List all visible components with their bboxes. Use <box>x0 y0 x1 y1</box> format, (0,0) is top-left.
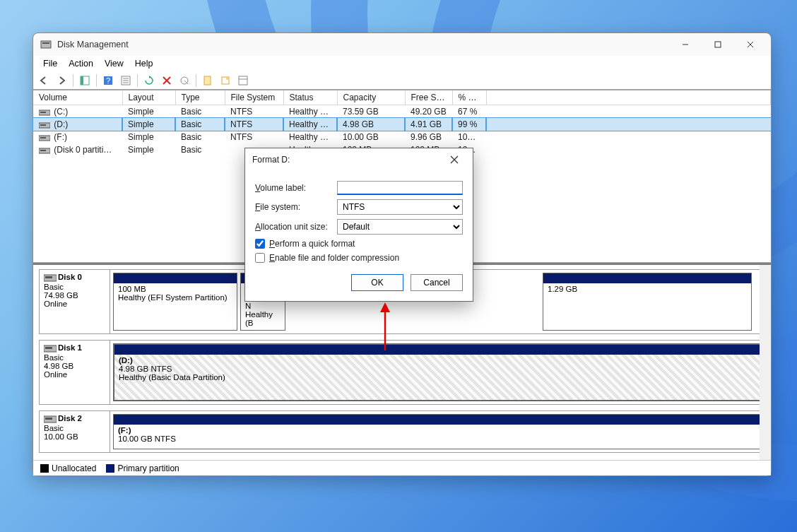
col-volume[interactable]: Volume <box>33 90 122 105</box>
table-row[interactable]: (D:)SimpleBasicNTFSHealthy (B...4.98 GB4… <box>33 118 771 131</box>
nav-forward-icon[interactable] <box>54 73 69 88</box>
disk-row: Disk 1Basic4.98 GBOnline(D:)4.98 GB NTFS… <box>39 340 765 405</box>
table-row[interactable]: (F:)SimpleBasicNTFSHealthy (P...10.00 GB… <box>33 131 771 143</box>
svg-rect-30 <box>40 150 46 151</box>
format-dialog: Format D: VVolume label:olume label: Fil… <box>244 148 473 302</box>
file-system-label: File system: <box>255 202 337 212</box>
svg-rect-28 <box>40 137 46 138</box>
partition[interactable]: (D:)4.98 GB NTFSHealthy (Basic Data Part… <box>113 343 762 401</box>
menu-action[interactable]: Action <box>63 57 99 70</box>
svg-text:?: ? <box>106 76 110 85</box>
partition[interactable]: (F:)10.00 GB NTFS <box>113 414 762 449</box>
col-status[interactable]: Status <box>283 90 337 105</box>
minimize-button[interactable] <box>669 33 702 56</box>
svg-rect-24 <box>40 112 46 113</box>
properties-icon[interactable] <box>118 73 134 88</box>
scrollbar[interactable] <box>760 265 771 460</box>
dialog-close-button[interactable] <box>443 148 466 171</box>
col-type[interactable]: Type <box>175 90 225 105</box>
col-free[interactable]: Free Spa... <box>405 90 452 105</box>
svg-rect-32 <box>45 276 52 278</box>
refresh-icon[interactable] <box>141 73 157 88</box>
app-icon <box>40 39 52 50</box>
svg-rect-18 <box>204 76 211 85</box>
close-button[interactable] <box>734 33 767 56</box>
col-capacity[interactable]: Capacity <box>337 90 405 105</box>
titlebar[interactable]: Disk Management <box>33 33 771 56</box>
delete-icon[interactable] <box>159 73 175 88</box>
volume-label-input[interactable] <box>337 181 463 195</box>
svg-rect-21 <box>239 76 247 85</box>
list-icon[interactable] <box>235 73 251 88</box>
col-pct[interactable]: % Free <box>452 90 486 105</box>
action-icon[interactable] <box>177 73 192 88</box>
quick-format-checkbox[interactable] <box>255 239 265 249</box>
menu-help[interactable]: Help <box>129 57 159 70</box>
file-system-select[interactable]: NTFS <box>337 199 463 215</box>
partition[interactable]: 100 MBHealthy (EFI System Partition) <box>113 273 237 331</box>
svg-rect-0 <box>41 41 51 48</box>
legend-primary: Primary partition <box>117 463 179 473</box>
menu-bar: File Action View Help <box>33 56 771 71</box>
col-filesystem[interactable]: File System <box>225 90 283 105</box>
svg-point-20 <box>226 77 229 80</box>
show-hide-console-icon[interactable] <box>77 73 93 88</box>
cancel-button[interactable]: Cancel <box>411 274 463 291</box>
new-icon[interactable] <box>200 73 216 88</box>
svg-rect-1 <box>42 42 49 44</box>
help-icon[interactable]: ? <box>100 73 116 88</box>
dialog-titlebar[interactable]: Format D: <box>245 148 473 171</box>
svg-rect-26 <box>40 124 46 126</box>
toolbar: ? <box>33 71 771 90</box>
window-title: Disk Management <box>57 40 669 49</box>
menu-view[interactable]: View <box>99 57 129 70</box>
table-row[interactable]: (C:)SimpleBasicNTFSHealthy (B...73.59 GB… <box>33 105 771 119</box>
disk-row: Disk 2Basic10.00 GB(F:)10.00 GB NTFS <box>39 410 765 453</box>
menu-file[interactable]: File <box>37 57 63 70</box>
compression-label: Enable file and folder compression <box>269 253 399 263</box>
svg-rect-36 <box>45 418 52 420</box>
quick-format-label: Perform a quick format <box>269 239 355 249</box>
maximize-button[interactable] <box>702 33 734 56</box>
legend: Unallocated Primary partition <box>33 460 771 475</box>
alloc-label: Allocation unit size: <box>255 222 337 232</box>
alloc-select[interactable]: Default <box>337 219 463 235</box>
svg-rect-34 <box>45 347 52 349</box>
svg-rect-7 <box>81 76 83 85</box>
wizard-icon[interactable] <box>218 73 233 88</box>
nav-back-icon[interactable] <box>36 73 52 88</box>
volume-label-label: VVolume label:olume label: <box>255 183 337 193</box>
ok-button[interactable]: OK <box>351 274 403 291</box>
partition[interactable]: 1.29 GB <box>543 273 752 331</box>
svg-rect-3 <box>715 42 721 47</box>
dialog-title: Format D: <box>252 155 443 165</box>
compression-checkbox[interactable] <box>255 253 265 263</box>
col-layout[interactable]: Layout <box>122 90 175 105</box>
legend-unallocated: Unallocated <box>52 463 96 473</box>
